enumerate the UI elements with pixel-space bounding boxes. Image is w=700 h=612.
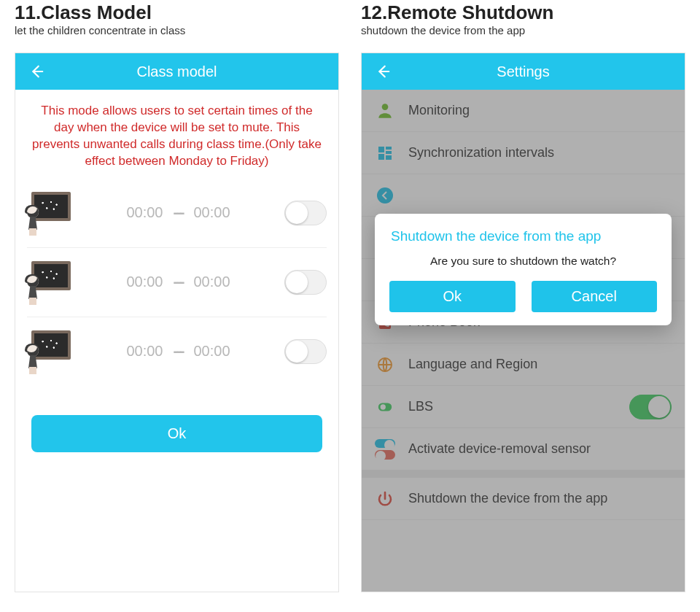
appbar: Class model [15, 53, 338, 90]
dialog-message: Are you sure to shutdown the watch? [388, 255, 658, 268]
appbar-title: Settings [497, 63, 549, 80]
time-from[interactable]: 00:00 [126, 204, 163, 221]
shutdown-dialog: Shutdown the device from the app Are you… [375, 214, 672, 325]
dialog-title: Shutdown the device from the app [391, 228, 658, 244]
time-from[interactable]: 00:00 [126, 274, 163, 290]
time-to[interactable]: 00:00 [193, 274, 230, 290]
appbar-title: Class model [136, 63, 217, 80]
teacher-icon [27, 330, 72, 373]
time-from[interactable]: 00:00 [126, 343, 163, 360]
class-model-description: This mode allows users to set certain ti… [15, 90, 338, 179]
slot-toggle[interactable] [284, 339, 327, 364]
ok-button[interactable]: Ok [31, 415, 322, 452]
slot-toggle[interactable] [284, 201, 327, 225]
time-separator: --- [174, 274, 184, 290]
time-to[interactable]: 00:00 [193, 343, 230, 360]
back-icon[interactable] [28, 63, 44, 80]
section-subtitle-right: shutdown the device from the app [361, 24, 685, 36]
dialog-cancel-button[interactable]: Cancel [532, 281, 658, 312]
slot-toggle[interactable] [284, 270, 327, 295]
time-to[interactable]: 00:00 [193, 204, 230, 221]
time-slot-row: 00:00 --- 00:00 [27, 317, 327, 386]
time-slot-row: 00:00 --- 00:00 [27, 179, 327, 248]
appbar: Settings [362, 53, 685, 90]
time-slot-row: 00:00 --- 00:00 [27, 248, 327, 317]
phone-class-model: Class model This mode allows users to se… [15, 53, 339, 592]
teacher-icon [27, 261, 72, 303]
section-subtitle-left: let the children concentrate in class [15, 24, 339, 36]
dialog-ok-button[interactable]: Ok [389, 281, 516, 312]
section-title-right: 12.Remote Shutdown [361, 1, 685, 24]
phone-settings: Settings Monitoring Synchronization inte… [361, 53, 685, 592]
modal-scrim[interactable] [362, 90, 685, 592]
section-title-left: 11.Class Model [15, 1, 339, 24]
teacher-icon [27, 192, 72, 234]
back-icon[interactable] [375, 63, 391, 80]
time-separator: --- [174, 204, 184, 221]
time-separator: --- [174, 343, 184, 360]
time-slot-list: 00:00 --- 00:00 00:00 --- 00:00 [15, 179, 338, 386]
